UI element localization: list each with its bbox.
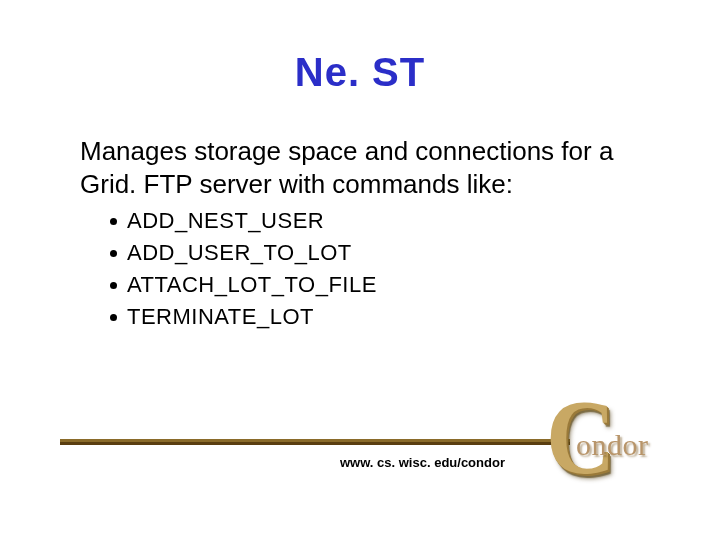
bullet-label: ATTACH_LOT_TO_FILE <box>127 272 377 298</box>
bullet-label: TERMINATE_LOT <box>127 304 314 330</box>
divider-line <box>60 439 570 445</box>
list-item: ADD_USER_TO_LOT <box>110 240 660 266</box>
condor-logo: C ondor <box>552 388 692 508</box>
slide: Ne. ST Manages storage space and connect… <box>0 0 720 540</box>
bullet-icon <box>110 282 117 289</box>
bullet-icon <box>110 218 117 225</box>
bullet-icon <box>110 314 117 321</box>
slide-title: Ne. ST <box>60 50 660 95</box>
intro-text: Manages storage space and connections fo… <box>80 135 640 200</box>
bullet-list: ADD_NEST_USER ADD_USER_TO_LOT ATTACH_LOT… <box>110 208 660 330</box>
footer-url: www. cs. wisc. edu/condor <box>340 455 505 470</box>
list-item: ATTACH_LOT_TO_FILE <box>110 272 660 298</box>
bullet-icon <box>110 250 117 257</box>
list-item: ADD_NEST_USER <box>110 208 660 234</box>
bullet-label: ADD_USER_TO_LOT <box>127 240 352 266</box>
bullet-label: ADD_NEST_USER <box>127 208 324 234</box>
logo-text: ondor <box>576 428 649 462</box>
list-item: TERMINATE_LOT <box>110 304 660 330</box>
